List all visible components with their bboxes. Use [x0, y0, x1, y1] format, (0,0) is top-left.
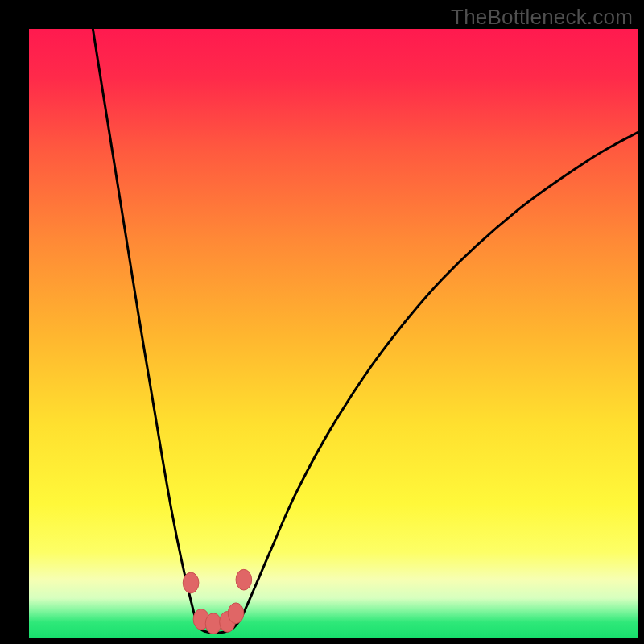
- highlight-marker: [183, 572, 199, 593]
- highlight-marker: [205, 613, 221, 634]
- chart-frame: TheBottleneck.com: [0, 0, 644, 644]
- bottleneck-curve: [93, 29, 638, 633]
- plot-area: [29, 29, 638, 638]
- curve-layer: [29, 29, 638, 638]
- highlight-marker: [228, 603, 244, 624]
- highlight-markers: [183, 569, 251, 634]
- highlight-marker: [236, 569, 252, 590]
- watermark-text: TheBottleneck.com: [451, 5, 633, 30]
